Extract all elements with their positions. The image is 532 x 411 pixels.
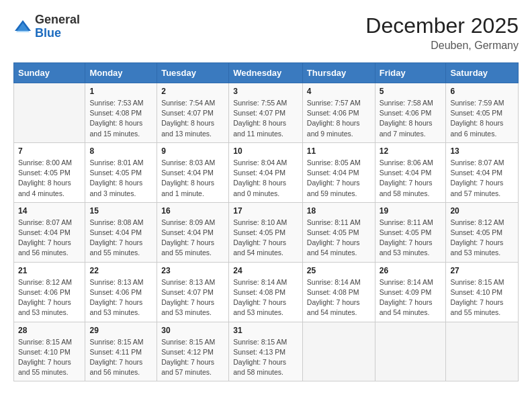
day-number: 28 [18,326,81,335]
calendar-cell [375,322,446,381]
month-title: December 2025 [365,13,519,38]
day-info: Sunrise: 8:03 AM Sunset: 4:04 PM Dayligh… [161,158,224,199]
day-number: 8 [89,146,152,156]
weekday-header-sunday: Sunday [14,63,85,83]
day-number: 12 [380,146,442,156]
week-row-0: 1Sunrise: 7:53 AM Sunset: 4:08 PM Daylig… [14,83,519,143]
calendar-cell: 7Sunrise: 8:00 AM Sunset: 4:05 PM Daylig… [14,142,85,202]
day-info: Sunrise: 8:11 AM Sunset: 4:05 PM Dayligh… [307,218,371,259]
weekday-header-tuesday: Tuesday [157,63,229,83]
calendar-cell: 15Sunrise: 8:08 AM Sunset: 4:04 PM Dayli… [85,202,157,262]
day-info: Sunrise: 8:14 AM Sunset: 4:08 PM Dayligh… [233,277,298,318]
day-number: 18 [307,206,371,216]
logo-icon [13,17,32,36]
calendar-cell: 22Sunrise: 8:13 AM Sunset: 4:06 PM Dayli… [85,262,157,322]
page-header: General Blue December 2025 Deuben, Germa… [13,13,519,52]
calendar-cell [302,322,375,381]
day-info: Sunrise: 8:15 AM Sunset: 4:13 PM Dayligh… [233,337,298,378]
day-number: 7 [18,146,81,156]
day-info: Sunrise: 8:06 AM Sunset: 4:04 PM Dayligh… [380,158,442,199]
weekday-header-friday: Friday [375,63,446,83]
logo-text: General Blue [35,13,80,40]
calendar-cell: 5Sunrise: 7:58 AM Sunset: 4:06 PM Daylig… [375,83,446,143]
day-info: Sunrise: 7:59 AM Sunset: 4:05 PM Dayligh… [450,98,514,139]
calendar-cell: 23Sunrise: 8:13 AM Sunset: 4:07 PM Dayli… [157,262,229,322]
day-number: 27 [450,266,514,275]
calendar-cell: 9Sunrise: 8:03 AM Sunset: 4:04 PM Daylig… [157,142,229,202]
day-number: 25 [307,266,371,275]
day-number: 2 [161,87,224,96]
location: Deuben, Germany [365,40,519,52]
day-number: 13 [450,146,514,156]
day-number: 23 [161,266,224,275]
day-number: 21 [18,266,81,275]
weekday-header-row: SundayMondayTuesdayWednesdayThursdayFrid… [14,63,519,83]
calendar-cell: 26Sunrise: 8:14 AM Sunset: 4:09 PM Dayli… [375,262,446,322]
calendar-cell: 24Sunrise: 8:14 AM Sunset: 4:08 PM Dayli… [229,262,303,322]
calendar-cell: 4Sunrise: 7:57 AM Sunset: 4:06 PM Daylig… [302,83,375,143]
weekday-header-thursday: Thursday [302,63,375,83]
day-info: Sunrise: 8:14 AM Sunset: 4:09 PM Dayligh… [380,277,442,318]
day-info: Sunrise: 8:09 AM Sunset: 4:04 PM Dayligh… [161,218,224,259]
week-row-2: 14Sunrise: 8:07 AM Sunset: 4:04 PM Dayli… [14,202,519,262]
calendar-cell: 21Sunrise: 8:12 AM Sunset: 4:06 PM Dayli… [14,262,85,322]
calendar-cell: 12Sunrise: 8:06 AM Sunset: 4:04 PM Dayli… [375,142,446,202]
day-info: Sunrise: 8:12 AM Sunset: 4:06 PM Dayligh… [18,277,81,318]
day-number: 15 [89,206,152,216]
week-row-1: 7Sunrise: 8:00 AM Sunset: 4:05 PM Daylig… [14,142,519,202]
day-info: Sunrise: 7:58 AM Sunset: 4:06 PM Dayligh… [380,98,442,139]
day-info: Sunrise: 8:15 AM Sunset: 4:11 PM Dayligh… [89,337,152,378]
calendar-cell: 16Sunrise: 8:09 AM Sunset: 4:04 PM Dayli… [157,202,229,262]
day-number: 4 [307,87,371,96]
calendar-cell: 1Sunrise: 7:53 AM Sunset: 4:08 PM Daylig… [85,83,157,143]
day-info: Sunrise: 8:07 AM Sunset: 4:04 PM Dayligh… [18,218,81,259]
day-info: Sunrise: 8:07 AM Sunset: 4:04 PM Dayligh… [450,158,514,199]
calendar-cell: 18Sunrise: 8:11 AM Sunset: 4:05 PM Dayli… [302,202,375,262]
calendar-cell: 6Sunrise: 7:59 AM Sunset: 4:05 PM Daylig… [446,83,519,143]
day-number: 6 [450,87,514,96]
day-info: Sunrise: 8:00 AM Sunset: 4:05 PM Dayligh… [18,158,81,199]
title-block: December 2025 Deuben, Germany [365,13,519,52]
day-info: Sunrise: 8:15 AM Sunset: 4:12 PM Dayligh… [161,337,224,378]
calendar-cell: 27Sunrise: 8:15 AM Sunset: 4:10 PM Dayli… [446,262,519,322]
logo-general: General [35,13,80,26]
day-info: Sunrise: 8:12 AM Sunset: 4:05 PM Dayligh… [450,218,514,259]
calendar-cell: 20Sunrise: 8:12 AM Sunset: 4:05 PM Dayli… [446,202,519,262]
day-number: 3 [233,87,298,96]
day-info: Sunrise: 8:14 AM Sunset: 4:08 PM Dayligh… [307,277,371,318]
logo: General Blue [13,13,80,40]
day-info: Sunrise: 8:13 AM Sunset: 4:06 PM Dayligh… [89,277,152,318]
day-number: 1 [89,87,152,96]
calendar-cell: 11Sunrise: 8:05 AM Sunset: 4:04 PM Dayli… [302,142,375,202]
day-info: Sunrise: 8:05 AM Sunset: 4:04 PM Dayligh… [307,158,371,199]
day-number: 19 [380,206,442,216]
calendar-cell: 10Sunrise: 8:04 AM Sunset: 4:04 PM Dayli… [229,142,303,202]
calendar-cell: 25Sunrise: 8:14 AM Sunset: 4:08 PM Dayli… [302,262,375,322]
day-number: 17 [233,206,298,216]
day-info: Sunrise: 7:54 AM Sunset: 4:07 PM Dayligh… [161,98,224,139]
week-row-4: 28Sunrise: 8:15 AM Sunset: 4:10 PM Dayli… [14,322,519,381]
day-info: Sunrise: 8:15 AM Sunset: 4:10 PM Dayligh… [18,337,81,378]
day-number: 9 [161,146,224,156]
weekday-header-monday: Monday [85,63,157,83]
day-number: 20 [450,206,514,216]
weekday-header-wednesday: Wednesday [229,63,303,83]
calendar-cell: 28Sunrise: 8:15 AM Sunset: 4:10 PM Dayli… [14,322,85,381]
calendar-cell: 14Sunrise: 8:07 AM Sunset: 4:04 PM Dayli… [14,202,85,262]
day-number: 29 [89,326,152,335]
day-info: Sunrise: 7:53 AM Sunset: 4:08 PM Dayligh… [89,98,152,139]
calendar-cell: 19Sunrise: 8:11 AM Sunset: 4:05 PM Dayli… [375,202,446,262]
calendar-cell [446,322,519,381]
week-row-3: 21Sunrise: 8:12 AM Sunset: 4:06 PM Dayli… [14,262,519,322]
day-info: Sunrise: 7:57 AM Sunset: 4:06 PM Dayligh… [307,98,371,139]
calendar-cell [14,83,85,143]
logo-blue: Blue [35,26,61,40]
calendar-cell: 29Sunrise: 8:15 AM Sunset: 4:11 PM Dayli… [85,322,157,381]
day-info: Sunrise: 7:55 AM Sunset: 4:07 PM Dayligh… [233,98,298,139]
calendar-table: SundayMondayTuesdayWednesdayThursdayFrid… [13,62,519,381]
day-number: 31 [233,326,298,335]
calendar-cell: 3Sunrise: 7:55 AM Sunset: 4:07 PM Daylig… [229,83,303,143]
day-number: 11 [307,146,371,156]
day-info: Sunrise: 8:13 AM Sunset: 4:07 PM Dayligh… [161,277,224,318]
day-number: 26 [380,266,442,275]
